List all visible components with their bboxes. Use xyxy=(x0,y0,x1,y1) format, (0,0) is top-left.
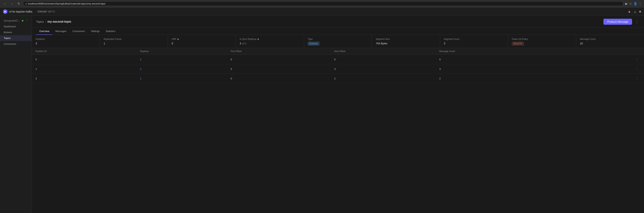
browser-bar: ← → ↻ ● localhost:8080/ui/clusters/Sprin… xyxy=(0,0,644,8)
replicas-link-2[interactable]: 1 xyxy=(140,77,141,80)
github-icon[interactable]: △ xyxy=(634,10,636,13)
row-actions-2: ⋮ xyxy=(566,74,644,83)
message-count-2: 2 xyxy=(436,74,566,83)
app-header: ▶ UI for Apache Kafka 83b5a60 v0.7.2 ▲ △… xyxy=(0,8,644,16)
stat-segment-count: Segment Count 3 xyxy=(440,35,508,48)
table-header: Partition ID Replicas First Offset Next … xyxy=(32,48,644,55)
stat-in-sync-replicas: In Sync Replicas 3 of 3 xyxy=(236,35,304,48)
stat-message-count-value: 10 xyxy=(580,42,640,45)
stat-sync-suffix: of 3 xyxy=(242,42,246,45)
stat-cleanup-label: Clean Up Policy xyxy=(512,38,572,41)
message-count-1: 3 xyxy=(436,64,566,74)
page-more-options-button[interactable]: ⋮ xyxy=(634,20,640,24)
partition-id-2: 2 xyxy=(32,74,136,83)
url-security-icon: ● xyxy=(26,3,27,5)
logo-icon: ▶ xyxy=(3,9,8,14)
cluster-collapse-icon[interactable]: ⌃ xyxy=(26,20,28,22)
stat-message-count-label: Message Count xyxy=(580,38,640,41)
menu-icon[interactable]: ⋮ xyxy=(639,2,642,6)
url-text: localhost:8080/ui/clusters/SpringKafkaCl… xyxy=(28,2,106,5)
page-header: Topics / my-second-topic Produce Message… xyxy=(32,16,644,28)
stat-replication-value: 1 xyxy=(104,42,164,45)
replicas-0: 1 xyxy=(136,55,227,64)
app-logo: ▶ UI for Apache Kafka xyxy=(3,9,32,14)
tabs: Overview Messages Consumers Settings Sta… xyxy=(32,28,644,35)
consumers-label: Consumers xyxy=(4,43,16,45)
sidebar-item-dashboard[interactable]: Dashboard xyxy=(0,24,32,29)
stat-partitions-label: Partitions xyxy=(36,38,96,41)
col-message-count: Message Count xyxy=(436,48,566,55)
stat-urp: URP 0 xyxy=(168,35,236,48)
sidebar-item-brokers[interactable]: Brokers xyxy=(0,29,32,35)
row-more-button-1[interactable]: ⋮ xyxy=(634,66,640,71)
stat-sync-value: 3 xyxy=(240,42,241,45)
table-row: 2 1 0 2 2 ⋮ xyxy=(32,74,644,83)
notifications-icon[interactable]: ▲ xyxy=(628,10,631,14)
replicas-link-1[interactable]: 1 xyxy=(140,68,141,70)
cleanup-badge: DELETE xyxy=(512,42,524,46)
tab-messages[interactable]: Messages xyxy=(52,28,69,35)
stat-type: Type External xyxy=(304,35,372,48)
stat-segment-size: Segment Size 704 Bytes xyxy=(372,35,440,48)
stat-sync-value-row: 3 of 3 xyxy=(240,42,300,45)
cluster-selector[interactable]: 83b5a60 v0.7.2 xyxy=(38,10,55,13)
urp-indicator xyxy=(178,39,179,40)
header-icons: ▲ △ ■ xyxy=(628,10,641,14)
row-actions-1: ⋮ xyxy=(566,64,644,74)
first-offset-0: 0 xyxy=(227,55,330,64)
stat-cleanup-value: DELETE xyxy=(512,42,572,45)
app-body: SpringKafkaCl... ⌃ Dashboard Brokers Top… xyxy=(0,16,644,213)
discord-icon[interactable]: ■ xyxy=(639,10,641,13)
produce-message-button[interactable]: Produce Message xyxy=(604,19,632,25)
brokers-label: Brokers xyxy=(4,31,12,34)
stat-type-value: External xyxy=(308,42,368,45)
replicas-link-0[interactable]: 1 xyxy=(140,58,141,61)
stat-type-label: Type xyxy=(308,38,368,41)
stat-segment-size-label: Segment Size xyxy=(376,38,436,41)
cast-icon[interactable]: ▶ xyxy=(625,2,628,6)
stat-partitions-value: 3 xyxy=(36,42,96,45)
replicas-2: 1 xyxy=(136,74,227,83)
stat-segment-size-value: 704 Bytes xyxy=(376,42,436,45)
row-actions-0: ⋮ xyxy=(566,55,644,64)
cluster-id: 83b5a60 xyxy=(38,10,47,13)
stat-replication-label: Replication Factor xyxy=(104,38,164,41)
sidebar-item-consumers[interactable]: Consumers xyxy=(0,41,32,47)
stat-message-count: Message Count 10 xyxy=(576,35,644,48)
reload-button[interactable]: ↻ xyxy=(16,1,21,6)
back-button[interactable]: ← xyxy=(2,1,8,6)
breadcrumb-separator: / xyxy=(45,20,46,23)
tab-settings[interactable]: Settings xyxy=(88,28,103,35)
stat-urp-value: 0 xyxy=(172,42,232,45)
cluster-label: SpringKafkaCl... xyxy=(4,20,20,22)
tab-consumers[interactable]: Consumers xyxy=(69,28,88,35)
main-content: Topics / my-second-topic Produce Message… xyxy=(32,16,644,213)
forward-button[interactable]: → xyxy=(9,1,14,6)
tab-overview[interactable]: Overview xyxy=(36,28,52,35)
sync-indicator xyxy=(258,39,259,40)
row-more-button-2[interactable]: ⋮ xyxy=(634,76,640,81)
stat-segment-count-label: Segment Count xyxy=(444,38,504,41)
breadcrumb: Topics / my-second-topic xyxy=(36,20,72,23)
next-offset-2: 2 xyxy=(330,74,436,83)
col-actions xyxy=(566,48,644,55)
stat-urp-label: URP xyxy=(172,38,232,41)
bookmark-icon[interactable]: ☆ xyxy=(629,2,632,6)
table-row: 1 1 0 3 3 ⋮ xyxy=(32,64,644,74)
col-first-offset: First Offset xyxy=(227,48,330,55)
partition-table: Partition ID Replicas First Offset Next … xyxy=(32,48,644,83)
row-more-button-0[interactable]: ⋮ xyxy=(634,57,640,62)
col-replicas: Replicas xyxy=(136,48,227,55)
col-partition-id: Partition ID xyxy=(32,48,136,55)
browser-actions: ▶ ☆ 👤 ⋮ xyxy=(625,2,642,6)
next-offset-0: 5 xyxy=(330,55,436,64)
profile-icon[interactable]: 👤 xyxy=(634,2,637,6)
url-bar[interactable]: ● localhost:8080/ui/clusters/SpringKafka… xyxy=(23,1,624,6)
sidebar-item-topics[interactable]: Topics xyxy=(0,35,32,41)
table-body: 0 1 0 5 5 ⋮ 1 1 0 3 3 ⋮ xyxy=(32,55,644,83)
tab-statistics[interactable]: Statistics xyxy=(103,28,118,35)
first-offset-2: 0 xyxy=(227,74,330,83)
cluster-header: SpringKafkaCl... ⌃ xyxy=(0,18,32,24)
breadcrumb-topics-link[interactable]: Topics xyxy=(36,20,44,23)
stat-replication-factor: Replication Factor 1 xyxy=(100,35,168,48)
